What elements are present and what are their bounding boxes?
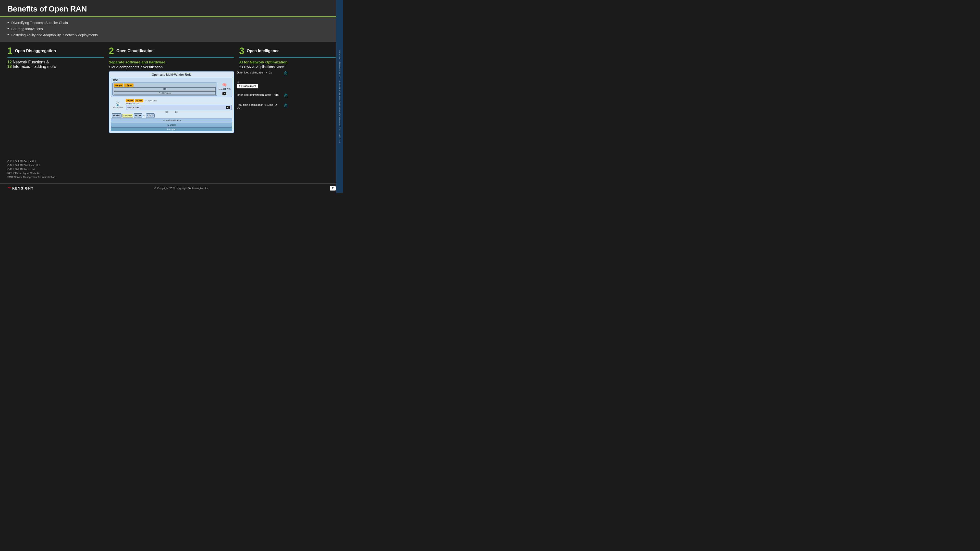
xapps-box-2: xApps bbox=[135, 99, 143, 102]
header: Benefits of Open RAN bbox=[0, 0, 343, 17]
y1-consumers-box: Y1 Consumers bbox=[237, 83, 258, 88]
page-title: Benefits of Open RAN bbox=[7, 5, 336, 13]
o-cloud-notification: O-Cloud Notification bbox=[111, 119, 232, 122]
abbr-2: O-DU: O-RAN Distributed Unit bbox=[7, 164, 55, 167]
e2-row: E2 E2 bbox=[111, 111, 232, 113]
abbr-5: SMO: Service Management & Orchestration bbox=[7, 175, 55, 179]
section1-num2: 18 bbox=[7, 64, 12, 68]
section2-divider bbox=[109, 57, 234, 57]
section1-text2: Interfaces – adding more bbox=[12, 64, 56, 68]
section1-line2: 18 Interfaces – adding more bbox=[7, 64, 104, 69]
section2-green: Separate software and hardware bbox=[109, 60, 234, 64]
o1-a1-labels: O1 A1 O1 bbox=[145, 100, 153, 102]
near-rt-ric-box: Near RT RIC AI bbox=[126, 105, 232, 110]
footer-page: 2 bbox=[330, 186, 336, 191]
xapps-row: xApps xApps O1 A1 O1 O2 bbox=[126, 99, 232, 102]
bottom-node-row: O-RUs Fronthaul O-DU F1 O-CU bbox=[111, 113, 232, 118]
abbr-3: O-RU: O-RAN Radio Unit bbox=[7, 167, 55, 171]
abbr-1: O-CU: O-RAN Central Unit bbox=[7, 160, 55, 164]
footer-copyright: © Copyright 2024: Keysight Technologies,… bbox=[154, 187, 210, 190]
section1-title: Open Dis-aggregation bbox=[15, 49, 56, 53]
optim-text-3: Real-time optimization < 10ms (O-DU) bbox=[237, 103, 282, 109]
bullet-item-3: Fostering Agility and Adaptability in ne… bbox=[7, 32, 336, 38]
section2-number: 2 bbox=[109, 46, 114, 56]
section3-divider bbox=[239, 57, 336, 57]
smo-box: SMO rApps rApps R1 R1 Services 🧠 bbox=[111, 78, 232, 97]
oru-box: O-RUs bbox=[112, 113, 121, 118]
near-rt-ric-container: xApps xApps O1 A1 O1 O2 Near RT RIC API … bbox=[126, 99, 232, 110]
wg4-label: 📡 WG4 M-Plane bbox=[111, 101, 125, 108]
timer-icon-2: ⏱ bbox=[284, 93, 288, 98]
y1-consumers: Y1 Consumers bbox=[237, 84, 258, 88]
e2-label-1: E2 bbox=[165, 111, 168, 113]
non-rt-ric-row: rApps rApps R1 R1 Services 🧠 Non-RT RIC … bbox=[113, 83, 231, 96]
section2-title: Open Cloudification bbox=[116, 49, 154, 53]
sidebar-vertical: 5G Open RAN Conference & Commercializati… bbox=[336, 0, 343, 193]
section1-divider bbox=[7, 57, 104, 57]
diagram-wrapper: Open and Multi-Vendor RAN SMO rApps rApp… bbox=[109, 71, 234, 133]
section2-header: 2 Open Cloudification bbox=[109, 46, 234, 56]
optim-text-2: Inner loop optimization 10ms – <1s bbox=[237, 93, 282, 96]
keysight-wave-icon: 〜 bbox=[7, 186, 11, 191]
section1-number: 1 bbox=[7, 46, 13, 56]
odu-box: O-DU bbox=[134, 113, 142, 118]
section1-text1: Network Functions & bbox=[12, 60, 49, 64]
bullet-list: Diversifying Telecoms Supplier Chain Spu… bbox=[7, 20, 336, 38]
fronthaul-box: Fronthaul bbox=[122, 114, 133, 118]
diagram-title: Open and Multi-Vendor RAN bbox=[111, 73, 232, 76]
footer: 〜 KEYSIGHT © Copyright 2024: Keysight Te… bbox=[0, 183, 343, 193]
abbreviations: O-CU: O-RAN Central Unit O-DU: O-RAN Dis… bbox=[7, 160, 55, 179]
wg4-text: WG4 M-Plane bbox=[111, 106, 125, 108]
transport-box: Transport bbox=[111, 127, 232, 131]
optim-text-1: Outer loop optimization >= 1s bbox=[237, 71, 282, 74]
non-rt-ric-right: 🧠 Non-RT RIC AI bbox=[218, 83, 231, 95]
rapps-row: rApps rApps bbox=[114, 84, 216, 87]
optim-item-2b: Inner loop optimization 10ms – <1s ⏱ bbox=[237, 93, 288, 98]
timer-icon-1: ⏱ bbox=[284, 71, 288, 76]
non-rt-label: Non-RT RIC bbox=[218, 88, 231, 91]
sidebar-text: 5G Open RAN Conference & Commercializati… bbox=[339, 50, 341, 143]
section1-num1: 12 bbox=[7, 60, 12, 64]
keysight-logo: 〜 KEYSIGHT bbox=[7, 186, 34, 191]
o-cloud-box: O-Cloud bbox=[111, 123, 232, 127]
near-rt-ric-label: Near RT RIC bbox=[127, 106, 140, 109]
section2-white: Cloud components diversification bbox=[109, 65, 234, 69]
section1-header: 1 Open Dis-aggregation bbox=[7, 46, 104, 56]
xapps-box-1: xApps bbox=[126, 99, 134, 102]
col-disaggregation: 1 Open Dis-aggregation 12 Network Functi… bbox=[7, 46, 104, 133]
y1-row: Y1→ bbox=[237, 81, 288, 83]
non-rt-ric-inner: rApps rApps R1 R1 Services bbox=[113, 83, 217, 96]
bullets-section: Diversifying Telecoms Supplier Chain Spu… bbox=[0, 17, 343, 42]
col-cloudification: 2 Open Cloudification Separate software … bbox=[109, 46, 234, 133]
y1-arrow: Y1→ bbox=[237, 81, 241, 83]
section3-title: Open Intelligence bbox=[247, 49, 279, 53]
bullet-item-2: Spurring Innovations bbox=[7, 26, 336, 31]
r1-services-box: R1 Services bbox=[114, 91, 216, 95]
section3-header: 3 Open Intelligence bbox=[239, 46, 336, 56]
section3-quote: "O-RAN AI Applications Store" bbox=[239, 65, 336, 69]
ai-badge-2: AI bbox=[226, 106, 230, 109]
optimization-list: Outer loop optimization >= 1s ⏱ Y1→ Y1 C… bbox=[237, 71, 288, 114]
bullet-item-1: Diversifying Telecoms Supplier Chain bbox=[7, 20, 336, 25]
r1-box: R1 bbox=[114, 87, 216, 91]
ocu-box: O-CU bbox=[146, 113, 154, 118]
smo-label: SMO bbox=[113, 79, 231, 82]
main-content: 1 Open Dis-aggregation 12 Network Functi… bbox=[0, 42, 343, 133]
section1-line1: 12 Network Functions & bbox=[7, 60, 104, 64]
near-rt-ric-row: 📡 WG4 M-Plane xApps xApps O1 A1 O1 O2 Ne… bbox=[111, 99, 232, 110]
keysight-text: KEYSIGHT bbox=[12, 186, 34, 190]
interface-row-1 bbox=[111, 98, 232, 98]
timer-icon-3: ⏱ bbox=[284, 103, 288, 108]
optim-item-1: Outer loop optimization >= 1s ⏱ bbox=[237, 71, 288, 76]
rapps-box-2: rApps bbox=[124, 84, 134, 87]
near-rt-api-label: Near RT RIC API bbox=[126, 103, 232, 105]
ai-badge-1: AI bbox=[223, 92, 226, 95]
brain-icon: 🧠 bbox=[218, 83, 231, 87]
e2-label-2: E2 bbox=[175, 111, 178, 113]
oran-diagram: Open and Multi-Vendor RAN SMO rApps rApp… bbox=[109, 71, 234, 133]
y1-consumers-row: Y1→ Y1 Consumers Inner loop optimization… bbox=[237, 81, 288, 98]
abbr-4: RIC: RAN Intelligent Controller bbox=[7, 171, 55, 175]
f1-label: F1 bbox=[143, 114, 145, 117]
rapps-box-1: rApps bbox=[114, 84, 123, 87]
o2-label-near: O2 bbox=[154, 100, 157, 102]
